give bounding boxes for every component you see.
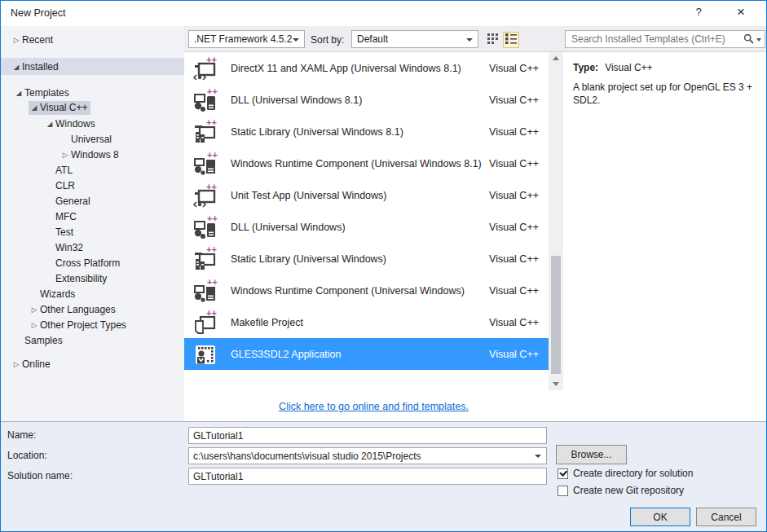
- chevron-down-icon[interactable]: [535, 455, 541, 458]
- tree-item-other-project-types[interactable]: ▷ Other Project Types: [1, 317, 184, 332]
- solution-name-label: Solution name:: [7, 470, 73, 481]
- tree-item-windows-8[interactable]: ▷ Windows 8: [1, 147, 184, 162]
- chevron-down-icon: [466, 38, 473, 42]
- titlebar: New Project ? ×: [1, 1, 766, 26]
- type-label: Type:: [573, 62, 598, 73]
- template-language: Visual C++: [489, 222, 539, 233]
- svg-text:++: ++: [207, 87, 218, 96]
- template-list-item[interactable]: ++ DLL (Universal Windows 8.1) Visual C+…: [184, 84, 549, 116]
- tree-item-samples[interactable]: Samples: [1, 332, 184, 348]
- solution-name-field-wrap: [188, 468, 547, 485]
- tree-item-windows[interactable]: ◢ Windows: [1, 116, 184, 131]
- tree-item-other-languages[interactable]: ▷ Other Languages: [1, 301, 184, 317]
- chevron-collapsed-icon[interactable]: ▷: [29, 306, 40, 314]
- chevron-expanded-icon[interactable]: ◢: [29, 103, 40, 112]
- chevron-expanded-icon[interactable]: ◢: [11, 63, 22, 71]
- help-icon[interactable]: ?: [690, 6, 707, 18]
- template-name: Windows Runtime Component (Universal Win…: [231, 158, 489, 169]
- search-input[interactable]: [566, 31, 744, 47]
- search-icon[interactable]: [743, 33, 754, 46]
- create-git-checkbox[interactable]: [558, 486, 568, 496]
- close-icon[interactable]: ×: [730, 4, 752, 20]
- online-templates-link[interactable]: Click here to go online and find templat…: [279, 401, 469, 412]
- location-field-wrap: [188, 447, 547, 464]
- name-input[interactable]: [189, 428, 546, 443]
- svg-text:++: ++: [206, 246, 217, 254]
- template-list-item[interactable]: ++ Static Library (Universal Windows 8.1…: [184, 116, 549, 147]
- template-language: Visual C++: [489, 190, 539, 201]
- cpp-dll-icon: ++: [192, 214, 218, 240]
- tree-item-test[interactable]: Test: [1, 224, 184, 240]
- grid-view-icon: [487, 33, 498, 46]
- template-list-item[interactable]: ++ Unit Test App (Universal Windows) Vis…: [184, 179, 549, 211]
- cpp-winrt-component-icon: ++: [192, 278, 218, 304]
- template-list-item[interactable]: ++ Windows Runtime Component (Universal …: [184, 147, 549, 179]
- cpp-app-icon: ++: [192, 182, 218, 209]
- location-input[interactable]: [189, 448, 546, 464]
- template-list-item[interactable]: ++ Static Library (Universal Windows) Vi…: [184, 243, 549, 275]
- tree-item-online[interactable]: ▷ Online: [1, 356, 184, 372]
- tree-item-general[interactable]: General: [1, 193, 184, 209]
- tree-item-clr[interactable]: CLR: [1, 178, 184, 193]
- tree-item-templates[interactable]: ◢ Templates: [1, 85, 184, 100]
- list-view-button[interactable]: [503, 32, 519, 48]
- sort-select[interactable]: Default: [351, 30, 478, 48]
- template-name: Makefile Project: [231, 317, 489, 328]
- tree-item-visual-cpp[interactable]: ◢ Visual C++: [1, 100, 184, 116]
- template-list-item[interactable]: ++ Windows Runtime Component (Universal …: [184, 275, 549, 306]
- template-language: Visual C++: [489, 317, 539, 328]
- chevron-collapsed-icon[interactable]: ▷: [29, 321, 40, 329]
- tree-item-atl[interactable]: ATL: [1, 162, 184, 178]
- template-list-item[interactable]: ++ DLL (Universal Windows) Visual C++: [184, 211, 549, 243]
- browse-button[interactable]: Browse...: [556, 445, 627, 464]
- cpp-static-library-icon: ++: [192, 119, 218, 145]
- template-name: DLL (Universal Windows): [231, 222, 489, 233]
- template-list-item[interactable]: ++ Makefile Project Visual C++: [184, 306, 549, 338]
- ok-button[interactable]: OK: [630, 508, 690, 526]
- tree-item-installed[interactable]: ◢ Installed: [1, 58, 184, 75]
- chevron-expanded-icon[interactable]: ◢: [13, 89, 24, 97]
- template-details-pane: Type:Visual C++ A blank project set up f…: [563, 52, 765, 421]
- svg-text:++: ++: [207, 278, 218, 287]
- tree-item-extensibility[interactable]: Extensibility: [1, 270, 184, 286]
- list-scrollbar[interactable]: [549, 52, 563, 390]
- framework-select[interactable]: .NET Framework 4.5.2: [188, 30, 305, 48]
- template-name: Unit Test App (Universal Windows): [231, 190, 489, 201]
- chevron-collapsed-icon[interactable]: ▷: [11, 36, 22, 44]
- online-templates-link-row: Click here to go online and find templat…: [184, 401, 563, 412]
- tree-item-universal[interactable]: Universal: [1, 131, 184, 147]
- cpp-app-icon: ++: [192, 55, 218, 81]
- chevron-down-icon: [293, 38, 299, 42]
- tree-item-recent[interactable]: ▷ Recent: [1, 32, 184, 48]
- svg-text:++: ++: [207, 214, 218, 223]
- scroll-down-button[interactable]: [549, 378, 563, 390]
- template-name: DLL (Universal Windows 8.1): [231, 95, 489, 106]
- create-directory-checkbox[interactable]: [558, 468, 568, 479]
- cpp-makefile-icon: ++: [192, 310, 218, 336]
- triangle-down-icon: [553, 382, 559, 386]
- tree-item-mfc[interactable]: MFC: [1, 209, 184, 224]
- cancel-button[interactable]: Cancel: [696, 508, 756, 526]
- chevron-expanded-icon[interactable]: ◢: [44, 120, 55, 128]
- medium-icons-view-button[interactable]: [484, 32, 500, 48]
- template-list-item[interactable]: ++ DirectX 11 and XAML App (Universal Wi…: [184, 52, 549, 84]
- triangle-up-icon: [553, 56, 559, 60]
- chevron-down-icon[interactable]: [756, 38, 761, 42]
- tree-item-win32[interactable]: Win32: [1, 240, 184, 255]
- tree-item-wizards[interactable]: Wizards: [1, 286, 184, 301]
- template-name: GLES3SDL2 Application: [231, 349, 489, 360]
- template-language: Visual C++: [489, 349, 539, 360]
- chevron-collapsed-icon[interactable]: ▷: [60, 151, 71, 159]
- template-language: Visual C++: [489, 126, 539, 138]
- chevron-collapsed-icon[interactable]: ▷: [11, 360, 22, 368]
- scrollbar-thumb[interactable]: [551, 256, 561, 374]
- solution-name-input[interactable]: [189, 468, 546, 484]
- template-list-item-selected[interactable]: GLES3SDL2 Application Visual C++: [184, 338, 549, 370]
- tree-item-cross-platform[interactable]: Cross Platform: [1, 255, 184, 270]
- new-project-dialog: New Project ? × ▷ Recent ◢ Installed ◢ T…: [0, 0, 767, 532]
- location-label: Location:: [7, 450, 47, 461]
- scroll-up-button[interactable]: [549, 52, 563, 64]
- search-box: [565, 30, 765, 48]
- dialog-title: New Project: [11, 7, 65, 19]
- list-view-icon: [505, 33, 517, 46]
